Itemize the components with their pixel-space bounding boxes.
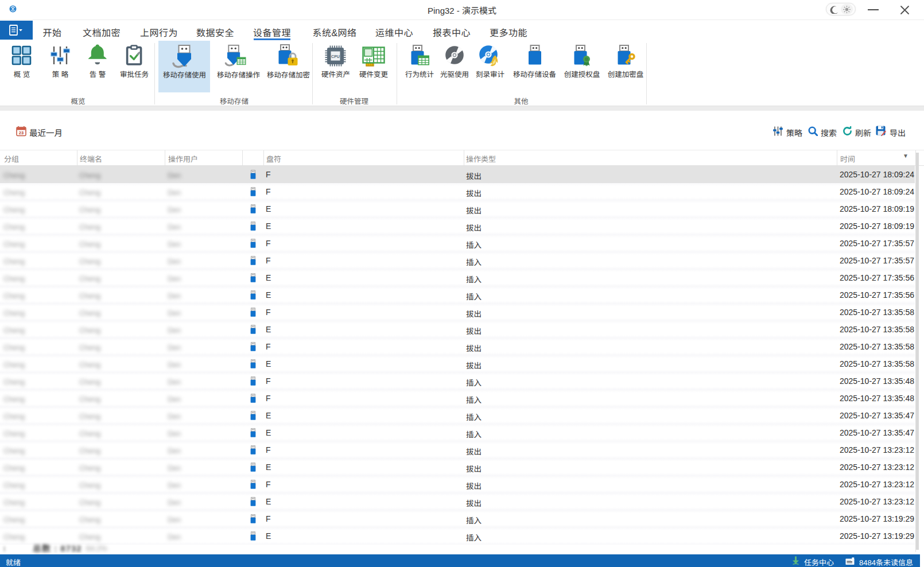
svg-text:CPU: CPU [331, 55, 340, 59]
svg-text:23: 23 [19, 130, 24, 135]
